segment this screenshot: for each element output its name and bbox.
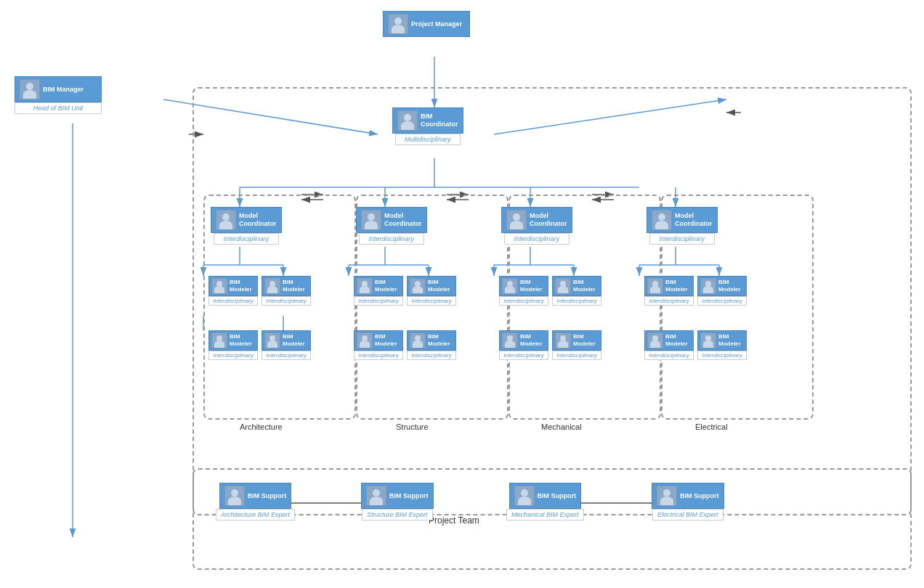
arch-modeler-4: BIMModeler Interdisciplinary [262, 330, 311, 360]
arch-modeler-1-role: Interdisciplinary [208, 296, 258, 306]
elec-modeler-4-role: Interdisciplinary [697, 351, 747, 360]
support-mech-role: Mechanical BIM Expert [506, 509, 584, 520]
model-coord-arch-role: Interdisciplinary [214, 233, 279, 245]
arch-modeler-4-box: BIMModeler [262, 330, 311, 351]
elec-modeler-3-title: BIMModeler [665, 333, 688, 347]
electrical-label: Electrical [695, 422, 728, 431]
support-struct-title: BIM Support [389, 492, 429, 500]
struct-modeler-2-title: BIMModeler [428, 279, 450, 293]
arch-modeler-3-title: BIMModeler [230, 333, 252, 347]
model-coord-arch-title: ModelCoordinator [239, 212, 277, 228]
struct-modeler-3-box: BIMModeler [354, 330, 403, 351]
elec-modeler-1-box: BIMModeler [644, 276, 694, 296]
model-coord-mech-avatar [506, 210, 527, 230]
bim-coordinator-card: BIMCoordinator Multidisciplinary [392, 107, 463, 145]
org-chart: Project Team Architecture Structure Mech… [0, 0, 924, 588]
model-coord-elec-box: ModelCoordinator [647, 207, 718, 233]
model-coord-mech-box: ModelCoordinator [501, 207, 572, 233]
struct-modeler-3-role: Interdisciplinary [354, 351, 403, 360]
struct-modeler-1-box: BIMModeler [354, 276, 403, 296]
structure-label: Structure [396, 422, 429, 431]
elec-modeler-3-box: BIMModeler [644, 330, 694, 351]
struct-modeler-4-avatar [410, 332, 426, 348]
mech-modeler-4-role: Interdisciplinary [552, 351, 601, 360]
mech-modeler-4-avatar [555, 332, 571, 348]
support-mech-title: BIM Support [538, 492, 577, 500]
support-arch-avatar [224, 486, 245, 506]
mech-modeler-4-title: BIMModeler [573, 333, 596, 347]
elec-modeler-4: BIMModeler Interdisciplinary [697, 330, 747, 360]
support-elec-role: Electrical BIM Expert [652, 509, 724, 520]
support-arch-title: BIM Support [248, 492, 287, 500]
struct-modeler-3: BIMModeler Interdisciplinary [354, 330, 403, 360]
elec-modeler-4-box: BIMModeler [697, 330, 747, 351]
bim-coordinator-avatar [397, 110, 418, 131]
model-coord-struct-avatar [361, 210, 381, 230]
mech-modeler-1-avatar [502, 278, 518, 294]
mech-modeler-1-role: Interdisciplinary [499, 296, 548, 306]
model-coord-elec-title: ModelCoordinator [675, 212, 713, 228]
support-mech-avatar [514, 486, 535, 506]
model-coord-elec-role: Interdisciplinary [649, 233, 715, 245]
bim-manager-avatar [20, 79, 40, 99]
bim-manager-title: BIM Manager [43, 86, 84, 94]
struct-modeler-1: BIMModeler Interdisciplinary [354, 276, 403, 306]
support-struct-card: BIM Support Structure BIM Expert [361, 483, 434, 520]
arch-modeler-3-role: Interdisciplinary [208, 351, 258, 360]
model-coord-arch-avatar [216, 210, 236, 230]
mech-modeler-4-box: BIMModeler [552, 330, 601, 351]
mech-modeler-1-title: BIMModeler [520, 279, 543, 293]
elec-modeler-2-box: BIMModeler [697, 276, 747, 296]
model-coord-elec-card: ModelCoordinator Interdisciplinary [647, 207, 718, 245]
elec-modeler-3-role: Interdisciplinary [644, 351, 694, 360]
support-elec-title: BIM Support [680, 492, 719, 500]
elec-modeler-2-avatar [700, 278, 716, 294]
elec-modeler-2-title: BIMModeler [718, 279, 741, 293]
struct-modeler-4-role: Interdisciplinary [407, 351, 456, 360]
struct-modeler-1-title: BIMModeler [375, 279, 397, 293]
mech-modeler-2-role: Interdisciplinary [552, 296, 601, 306]
arch-modeler-3: BIMModeler Interdisciplinary [208, 330, 258, 360]
mech-modeler-2-avatar [555, 278, 571, 294]
struct-modeler-2-box: BIMModeler [407, 276, 456, 296]
project-manager-title: Project Manager [411, 20, 462, 28]
elec-modeler-3: BIMModeler Interdisciplinary [644, 330, 694, 360]
project-manager-avatar [388, 14, 408, 34]
arch-modeler-2-box: BIMModeler [262, 276, 311, 296]
model-coord-elec-avatar [652, 210, 672, 230]
arch-modeler-4-role: Interdisciplinary [262, 351, 311, 360]
mech-modeler-2-box: BIMModeler [552, 276, 601, 296]
struct-modeler-3-title: BIMModeler [375, 333, 397, 347]
mech-modeler-4: BIMModeler Interdisciplinary [552, 330, 601, 360]
mechanical-label: Mechanical [541, 422, 582, 431]
elec-modeler-4-title: BIMModeler [718, 333, 741, 347]
support-elec-card: BIM Support Electrical BIM Expert [652, 483, 724, 520]
model-coord-arch-card: ModelCoordinator Interdisciplinary [211, 207, 282, 245]
bim-manager-box: BIM Manager [15, 76, 102, 102]
mech-modeler-3-role: Interdisciplinary [499, 351, 548, 360]
elec-modeler-2: BIMModeler Interdisciplinary [697, 276, 747, 306]
elec-modeler-1: BIMModeler Interdisciplinary [644, 276, 694, 306]
mech-modeler-3-title: BIMModeler [520, 333, 543, 347]
struct-modeler-4-title: BIMModeler [428, 333, 450, 347]
bim-coordinator-role: Multidisciplinary [395, 134, 461, 145]
bim-coordinator-box: BIMCoordinator [392, 107, 463, 134]
model-coord-struct-box: ModelCoordinator [356, 207, 427, 233]
arch-modeler-3-box: BIMModeler [208, 330, 258, 351]
bim-manager-card: BIM Manager Head of BIM Unit [15, 76, 102, 114]
arch-modeler-2-avatar [264, 278, 280, 294]
arch-modeler-2: BIMModeler Interdisciplinary [262, 276, 311, 306]
support-elec-box: BIM Support [652, 483, 724, 509]
mech-modeler-3-box: BIMModeler [499, 330, 548, 351]
support-arch-card: BIM Support Architecture BIM Expert [216, 483, 295, 520]
struct-modeler-1-avatar [357, 278, 373, 294]
mech-modeler-3: BIMModeler Interdisciplinary [499, 330, 548, 360]
mech-modeler-2-title: BIMModeler [573, 279, 596, 293]
arch-modeler-4-title: BIMModeler [283, 333, 305, 347]
struct-modeler-2-avatar [410, 278, 426, 294]
support-mech-card: BIM Support Mechanical BIM Expert [506, 483, 584, 520]
arch-modeler-3-avatar [211, 332, 227, 348]
model-coord-mech-title: ModelCoordinator [530, 212, 567, 228]
arch-modeler-4-avatar [264, 332, 280, 348]
arch-modeler-1: BIMModeler Interdisciplinary [208, 276, 258, 306]
